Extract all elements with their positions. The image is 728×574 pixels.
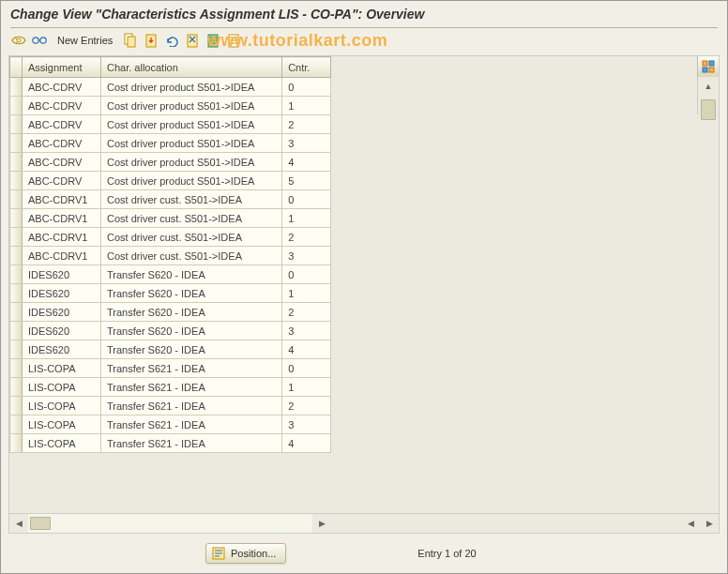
table-row[interactable]: LIS-COPATransfer S621 - IDEA3 (10, 415, 331, 434)
cell-assignment[interactable]: IDES620 (23, 340, 101, 359)
cell-allocation[interactable]: Cost driver product S501->IDEA (101, 134, 282, 153)
cell-cntr[interactable]: 0 (282, 359, 331, 378)
row-selector[interactable] (10, 265, 23, 284)
cell-cntr[interactable]: 0 (282, 190, 331, 209)
copy-icon[interactable] (122, 32, 139, 49)
hscroll-track-left[interactable] (28, 514, 312, 533)
cell-assignment[interactable]: IDES620 (23, 303, 101, 322)
cell-assignment[interactable]: ABC-CDRV (23, 134, 101, 153)
delete-icon[interactable] (184, 32, 201, 49)
cell-allocation[interactable]: Cost driver product S501->IDEA (101, 78, 282, 97)
table-row[interactable]: IDES620Transfer S620 - IDEA0 (10, 265, 331, 284)
table-row[interactable]: ABC-CDRV1Cost driver cust. S501->IDEA3 (10, 247, 331, 265)
row-selector[interactable] (10, 97, 23, 115)
cell-cntr[interactable]: 2 (282, 303, 331, 322)
new-entries-button[interactable]: New Entries (57, 35, 113, 46)
cell-allocation[interactable]: Cost driver product S501->IDEA (101, 97, 282, 115)
cell-cntr[interactable]: 3 (282, 134, 331, 153)
row-selector[interactable] (10, 397, 23, 415)
cell-assignment[interactable]: ABC-CDRV (23, 78, 101, 97)
cell-assignment[interactable]: IDES620 (23, 265, 101, 284)
cell-assignment[interactable]: LIS-COPA (23, 397, 101, 415)
cell-cntr[interactable]: 4 (282, 153, 331, 172)
cell-cntr[interactable]: 5 (282, 172, 331, 190)
cell-allocation[interactable]: Transfer S620 - IDEA (101, 322, 282, 340)
glasses-icon[interactable] (31, 32, 48, 49)
cell-cntr[interactable]: 0 (282, 265, 331, 284)
table-row[interactable]: ABC-CDRV1Cost driver cust. S501->IDEA0 (10, 190, 331, 209)
cell-allocation[interactable]: Transfer S621 - IDEA (101, 359, 282, 378)
cell-allocation[interactable]: Transfer S621 - IDEA (101, 434, 282, 453)
cell-assignment[interactable]: LIS-COPA (23, 434, 101, 453)
cell-assignment[interactable]: ABC-CDRV1 (23, 209, 101, 228)
row-selector[interactable] (10, 284, 23, 303)
table-row[interactable]: IDES620Transfer S620 - IDEA3 (10, 322, 331, 340)
table-row[interactable]: LIS-COPATransfer S621 - IDEA4 (10, 434, 331, 453)
cell-cntr[interactable]: 4 (282, 434, 331, 453)
position-button[interactable]: Position... (205, 543, 286, 564)
cell-assignment[interactable]: ABC-CDRV1 (23, 247, 101, 265)
table-row[interactable]: ABC-CDRV1Cost driver cust. S501->IDEA1 (10, 209, 331, 228)
row-selector[interactable] (10, 115, 23, 134)
table-row[interactable]: LIS-COPATransfer S621 - IDEA2 (10, 397, 331, 415)
cell-cntr[interactable]: 3 (282, 247, 331, 265)
table-row[interactable]: ABC-CDRVCost driver product S501->IDEA4 (10, 153, 331, 172)
toggle-icon[interactable] (10, 32, 27, 49)
row-selector[interactable] (10, 415, 23, 434)
hscroll-left2-icon[interactable]: ◀ (681, 514, 700, 533)
cell-cntr[interactable]: 2 (282, 115, 331, 134)
vertical-scrollbar[interactable]: ▲ ▼ (697, 77, 719, 114)
table-row[interactable]: IDES620Transfer S620 - IDEA2 (10, 303, 331, 322)
row-selector[interactable] (10, 434, 23, 453)
row-selector[interactable] (10, 78, 23, 97)
scroll-thumb[interactable] (701, 99, 716, 120)
cell-allocation[interactable]: Cost driver cust. S501->IDEA (101, 190, 282, 209)
cell-assignment[interactable]: IDES620 (23, 284, 101, 303)
table-row[interactable]: ABC-CDRV1Cost driver cust. S501->IDEA2 (10, 228, 331, 247)
table-row[interactable]: IDES620Transfer S620 - IDEA1 (10, 284, 331, 303)
cell-assignment[interactable]: IDES620 (23, 322, 101, 340)
table-row[interactable]: LIS-COPATransfer S621 - IDEA1 (10, 378, 331, 397)
cell-assignment[interactable]: LIS-COPA (23, 359, 101, 378)
cell-allocation[interactable]: Transfer S621 - IDEA (101, 397, 282, 415)
cell-cntr[interactable]: 1 (282, 284, 331, 303)
row-selector[interactable] (10, 134, 23, 153)
row-selector[interactable] (10, 322, 23, 340)
hscroll-right2-icon[interactable]: ▶ (700, 514, 719, 533)
cell-allocation[interactable]: Cost driver cust. S501->IDEA (101, 247, 282, 265)
cell-allocation[interactable]: Transfer S620 - IDEA (101, 340, 282, 359)
cell-allocation[interactable]: Cost driver product S501->IDEA (101, 115, 282, 134)
row-selector[interactable] (10, 303, 23, 322)
row-selector[interactable] (10, 190, 23, 209)
table-row[interactable]: ABC-CDRVCost driver product S501->IDEA3 (10, 134, 331, 153)
cell-cntr[interactable]: 2 (282, 228, 331, 247)
cell-assignment[interactable]: LIS-COPA (23, 378, 101, 397)
horizontal-scrollbar-left[interactable]: ◀ ▶ (9, 514, 331, 533)
col-cntr[interactable]: Cntr. (282, 57, 331, 78)
cell-assignment[interactable]: ABC-CDRV (23, 172, 101, 190)
table-row[interactable]: ABC-CDRVCost driver product S501->IDEA2 (10, 115, 331, 134)
cell-cntr[interactable]: 3 (282, 415, 331, 434)
row-selector[interactable] (10, 247, 23, 265)
hscroll-right-icon[interactable]: ▶ (312, 514, 331, 533)
table-row[interactable]: ABC-CDRVCost driver product S501->IDEA0 (10, 78, 331, 97)
row-selector[interactable] (10, 359, 23, 378)
cell-assignment[interactable]: ABC-CDRV1 (23, 190, 101, 209)
cell-allocation[interactable]: Transfer S621 - IDEA (101, 415, 282, 434)
cell-assignment[interactable]: ABC-CDRV (23, 97, 101, 115)
cell-assignment[interactable]: ABC-CDRV (23, 115, 101, 134)
cell-assignment[interactable]: ABC-CDRV1 (23, 228, 101, 247)
row-selector[interactable] (10, 172, 23, 190)
cell-cntr[interactable]: 2 (282, 397, 331, 415)
row-selector[interactable] (10, 209, 23, 228)
undo-icon[interactable] (163, 32, 180, 49)
deselect-all-icon[interactable] (225, 32, 242, 49)
cell-allocation[interactable]: Cost driver product S501->IDEA (101, 153, 282, 172)
cell-cntr[interactable]: 4 (282, 340, 331, 359)
cell-cntr[interactable]: 1 (282, 97, 331, 115)
cell-cntr[interactable]: 1 (282, 378, 331, 397)
cell-assignment[interactable]: LIS-COPA (23, 415, 101, 434)
cell-allocation[interactable]: Transfer S620 - IDEA (101, 265, 282, 284)
cell-cntr[interactable]: 1 (282, 209, 331, 228)
scroll-up-icon[interactable]: ▲ (698, 77, 719, 96)
